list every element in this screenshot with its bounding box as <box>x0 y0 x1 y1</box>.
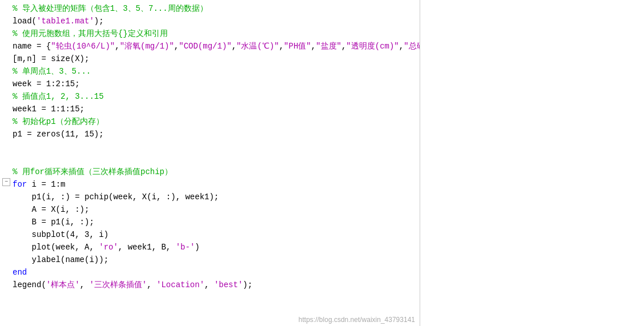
code-content: legend('样本点', '三次样条插值', 'Location', 'bes… <box>13 279 252 291</box>
code-line-21: ylabel(name(i)); <box>0 253 420 266</box>
code-line-2: load('table1.mat'); <box>0 15 420 27</box>
code-content: B = p1(i, :); <box>13 216 94 228</box>
code-line-22: end <box>0 266 420 279</box>
code-segment-normal: , week1, B, <box>118 243 176 252</box>
code-segment-normal: plot(week, A, <box>32 243 99 252</box>
code-line-4: name = {"轮虫(10^6/L)","溶氧(mg/1)","COD(mg/… <box>0 40 420 53</box>
code-segment-string: "轮虫(10^6/L)" <box>51 42 115 51</box>
code-segment-normal: , <box>232 42 236 51</box>
code-segment-string: 'Location' <box>156 280 204 289</box>
code-line-15: −for i = 1:m <box>0 178 420 191</box>
code-line-10: % 初始化p1（分配内存） <box>0 115 420 128</box>
code-segment-normal: i = 1:m <box>27 180 65 189</box>
code-line-1: % 导入被处理的矩阵（包含1、3、5、7...周的数据） <box>0 2 420 15</box>
code-segment-string: "总碱度" <box>404 42 420 51</box>
code-segment-string: "水温(℃)" <box>236 42 279 51</box>
code-content: [m,n] = size(X); <box>13 53 89 65</box>
code-line-14: % 用for循环来插值（三次样条插值pchip） <box>0 166 420 178</box>
code-line-13 <box>0 153 420 166</box>
code-segment-normal: [m,n] = size(X); <box>13 54 89 63</box>
code-content: p1(i, :) = pchip(week, X(i, :), week1); <box>13 191 219 203</box>
code-content: % 初始化p1（分配内存） <box>13 115 104 128</box>
code-segment-keyword: for <box>13 180 27 189</box>
code-line-18: B = p1(i, :); <box>0 216 420 228</box>
watermark: https://blog.csdn.net/waixin_43793141 <box>299 316 415 324</box>
code-segment-comment: % 使用元胞数组，其用大括号{}定义和引用 <box>13 29 168 38</box>
code-segment-string: "溶氧(mg/1)" <box>120 42 174 51</box>
code-content: plot(week, A, 'ro', week1, B, 'b-') <box>13 241 200 253</box>
code-line-12 <box>0 140 420 153</box>
code-segment-normal: , <box>311 42 316 51</box>
code-segment-normal: ylabel(name(i)); <box>32 255 108 264</box>
code-segment-string: 'ro' <box>99 243 118 252</box>
code-content: % 插值点1, 2, 3...15 <box>13 90 104 103</box>
code-segment-normal: ); <box>243 280 252 289</box>
code-segment-normal: ) <box>195 243 199 252</box>
code-content: % 单周点1、3、5... <box>13 65 91 78</box>
code-segment-normal: , <box>80 280 90 289</box>
code-content: load('table1.mat'); <box>13 15 104 27</box>
code-line-3: % 使用元胞数组，其用大括号{}定义和引用 <box>0 27 420 40</box>
code-content: % 用for循环来插值（三次样条插值pchip） <box>13 166 172 178</box>
code-segment-comment: % 插值点1, 2, 3...15 <box>13 92 104 101</box>
code-segment-normal: load( <box>13 17 37 26</box>
code-segment-normal: p1(i, :) = pchip(week, X(i, :), week1); <box>32 192 219 202</box>
code-line-6: % 单周点1、3、5... <box>0 65 420 78</box>
code-content: % 使用元胞数组，其用大括号{}定义和引用 <box>13 27 168 40</box>
code-segment-string: "COD(mg/1)" <box>179 42 231 51</box>
code-segment-normal: p1 = zeros(11, 15); <box>13 130 104 139</box>
code-content: % 导入被处理的矩阵（包含1、3、5、7...周的数据） <box>13 2 208 15</box>
right-panel <box>420 0 644 326</box>
code-line-23: legend('样本点', '三次样条插值', 'Location', 'bes… <box>0 279 420 291</box>
code-segment-string: "透明度(cm)" <box>346 42 399 51</box>
code-segment-normal: , <box>115 42 119 51</box>
code-segment-string: '样本点' <box>46 280 80 289</box>
code-segment-normal: , <box>399 42 404 51</box>
code-line-11: p1 = zeros(11, 15); <box>0 128 420 140</box>
code-segment-comment: % 初始化p1（分配内存） <box>13 117 104 126</box>
code-segment-comment: % 单周点1、3、5... <box>13 67 91 76</box>
fold-button[interactable]: − <box>2 178 10 186</box>
code-line-7: week = 1:2:15; <box>0 78 420 90</box>
code-segment-normal: week = 1:2:15; <box>13 79 80 88</box>
code-segment-normal: name = { <box>13 42 51 51</box>
code-line-17: A = X(i, :); <box>0 203 420 216</box>
code-area[interactable]: % 导入被处理的矩阵（包含1、3、5、7...周的数据）load('table1… <box>0 0 420 326</box>
code-segment-keyword: end <box>13 268 27 277</box>
code-segment-normal: , <box>204 280 214 289</box>
code-line-20: plot(week, A, 'ro', week1, B, 'b-') <box>0 241 420 253</box>
code-segment-normal: B = p1(i, :); <box>32 218 94 227</box>
code-content: end <box>13 266 27 279</box>
code-segment-normal: A = X(i, :); <box>32 205 90 214</box>
code-segment-normal: , <box>147 280 156 289</box>
code-content: p1 = zeros(11, 15); <box>13 128 104 140</box>
code-line-19: subplot(4, 3, i) <box>0 228 420 241</box>
code-segment-normal: , <box>174 42 179 51</box>
code-segment-normal: , <box>279 42 284 51</box>
code-segment-string: '三次样条插值' <box>89 280 147 289</box>
code-segment-normal: ); <box>94 17 104 26</box>
code-content: ylabel(name(i)); <box>13 253 108 266</box>
code-line-9: week1 = 1:1:15; <box>0 103 420 115</box>
code-segment-normal: week1 = 1:1:15; <box>13 104 84 114</box>
code-content: for i = 1:m <box>13 178 65 191</box>
code-segment-string: 'b-' <box>176 243 195 252</box>
code-line-16: p1(i, :) = pchip(week, X(i, :), week1); <box>0 191 420 203</box>
editor-container: % 导入被处理的矩阵（包含1、3、5、7...周的数据）load('table1… <box>0 0 644 326</box>
code-segment-normal: subplot(4, 3, i) <box>32 230 108 239</box>
code-segment-comment: % 导入被处理的矩阵（包含1、3、5、7...周的数据） <box>13 4 208 13</box>
code-segment-normal: legend( <box>13 280 46 289</box>
code-content: name = {"轮虫(10^6/L)","溶氧(mg/1)","COD(mg/… <box>13 40 420 53</box>
code-segment-string: "PH值" <box>284 42 311 51</box>
code-line-8: % 插值点1, 2, 3...15 <box>0 90 420 103</box>
line-gutter: − <box>1 178 13 186</box>
code-segment-string: 'best' <box>214 280 243 289</box>
code-content: week1 = 1:1:15; <box>13 103 84 115</box>
code-content: A = X(i, :); <box>13 203 89 216</box>
code-line-5: [m,n] = size(X); <box>0 53 420 65</box>
code-segment-comment: % 用for循环来插值（三次样条插值pchip） <box>13 167 172 176</box>
code-content: week = 1:2:15; <box>13 78 80 90</box>
code-content: subplot(4, 3, i) <box>13 228 108 241</box>
code-segment-string: 'table1.mat' <box>37 17 94 26</box>
code-segment-string: "盐度" <box>316 42 341 51</box>
